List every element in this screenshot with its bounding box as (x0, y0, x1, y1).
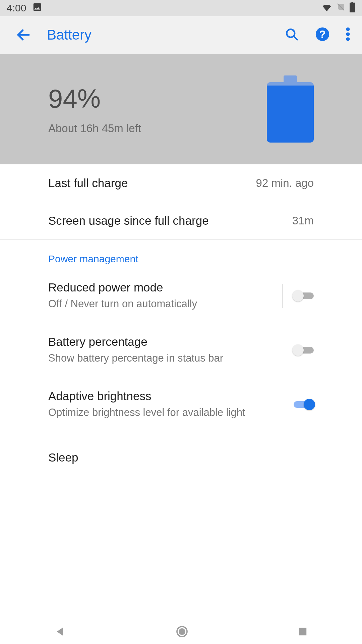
system-nav-bar (0, 620, 362, 644)
app-bar: Battery ? (0, 16, 362, 54)
battery-percentage: 94% (48, 84, 141, 114)
adaptive-brightness-toggle[interactable] (294, 399, 314, 410)
section-power-management: Power management (0, 240, 362, 269)
page-title: Battery (47, 27, 284, 43)
screen-usage-value: 31m (292, 214, 314, 227)
svg-rect-0 (350, 2, 355, 12)
row-sleep[interactable]: Sleep (0, 432, 362, 468)
battery-status-icon (349, 2, 355, 15)
more-icon[interactable] (346, 27, 350, 43)
battery-percentage-sub: Show battery percentage in status bar (48, 351, 294, 365)
status-time: 4:00 (7, 2, 26, 14)
content-scroll[interactable]: Last full charge 92 min. ago Screen usag… (0, 164, 362, 620)
adaptive-brightness-sub: Optimize brightness level for available … (48, 406, 294, 420)
battery-percentage-toggle[interactable] (294, 344, 314, 356)
svg-point-9 (346, 37, 350, 41)
battery-hero[interactable]: 94% About 16h 45m left (0, 54, 362, 164)
row-screen-usage[interactable]: Screen usage since full charge 31m (0, 202, 362, 239)
svg-point-7 (346, 28, 350, 31)
nav-home-icon[interactable] (175, 625, 189, 640)
help-icon[interactable]: ? (315, 27, 330, 43)
svg-point-11 (179, 628, 185, 635)
row-reduced-power-mode[interactable]: Reduced power mode Off / Never turn on a… (0, 269, 362, 323)
search-icon[interactable] (284, 27, 299, 43)
svg-point-8 (346, 33, 350, 36)
wifi-icon (321, 1, 333, 15)
status-bar: 4:00 (0, 0, 362, 16)
svg-text:?: ? (319, 29, 325, 40)
sleep-title: Sleep (48, 451, 314, 464)
last-full-charge-label: Last full charge (48, 176, 248, 190)
adaptive-brightness-title: Adaptive brightness (48, 389, 294, 403)
nav-recent-icon[interactable] (298, 627, 308, 638)
row-last-full-charge[interactable]: Last full charge 92 min. ago (0, 164, 362, 202)
image-icon (32, 2, 42, 14)
screen-usage-label: Screen usage since full charge (48, 214, 284, 227)
row-battery-percentage[interactable]: Battery percentage Show battery percenta… (0, 323, 362, 377)
battery-percentage-title: Battery percentage (48, 335, 294, 348)
battery-estimate: About 16h 45m left (48, 122, 141, 135)
svg-rect-1 (351, 2, 353, 3)
nav-back-icon[interactable] (54, 626, 66, 639)
row-adaptive-brightness[interactable]: Adaptive brightness Optimize brightness … (0, 377, 362, 432)
svg-rect-12 (299, 628, 306, 635)
reduced-power-title: Reduced power mode (48, 281, 277, 294)
back-button[interactable] (13, 25, 34, 45)
reduced-power-toggle[interactable] (294, 290, 314, 302)
vertical-divider (283, 284, 283, 308)
svg-line-4 (294, 36, 297, 40)
last-full-charge-value: 92 min. ago (256, 177, 314, 190)
no-sim-icon (336, 2, 346, 14)
battery-icon (267, 75, 314, 143)
reduced-power-sub: Off / Never turn on automatically (48, 297, 277, 311)
